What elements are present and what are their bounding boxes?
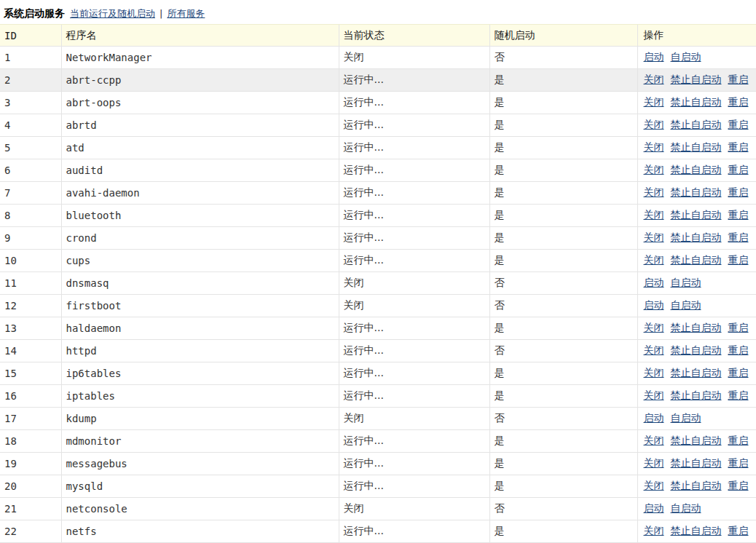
table-row: 5 atd 运行中... 是 关闭禁止自启动重启 <box>0 137 756 159</box>
cell-service-name: NetworkManager <box>61 47 339 69</box>
table-row: 3 abrt-oops 运行中... 是 关闭禁止自启动重启 <box>0 92 756 114</box>
table-body: 1 NetworkManager 关闭 否 启动自启动 2 abrt-ccpp … <box>0 47 756 543</box>
disable-autostart-link[interactable]: 禁止自启动 <box>671 322 722 333</box>
enable-autostart-link[interactable]: 自启动 <box>671 502 701 514</box>
cell-service-actions: 关闭禁止自启动重启 <box>637 475 756 498</box>
disable-autostart-link[interactable]: 禁止自启动 <box>671 74 722 85</box>
cell-service-id: 2 <box>0 69 61 92</box>
cell-service-status: 运行中... <box>339 475 489 498</box>
cell-service-autostart: 是 <box>489 159 637 182</box>
enable-autostart-link[interactable]: 自启动 <box>671 299 701 311</box>
disable-autostart-link[interactable]: 禁止自启动 <box>671 164 722 175</box>
stop-link[interactable]: 关闭 <box>644 367 664 378</box>
stop-link[interactable]: 关闭 <box>644 254 664 266</box>
table-row: 8 bluetooth 运行中... 是 关闭禁止自启动重启 <box>0 205 756 227</box>
stop-link[interactable]: 关闭 <box>644 435 664 446</box>
stop-link[interactable]: 关闭 <box>644 164 664 175</box>
restart-link[interactable]: 重启 <box>728 525 749 536</box>
start-link[interactable]: 启动 <box>644 412 664 424</box>
nav-link-current-running[interactable]: 当前运行及随机启动 <box>70 8 155 19</box>
stop-link[interactable]: 关闭 <box>644 74 664 85</box>
disable-autostart-link[interactable]: 禁止自启动 <box>671 209 722 221</box>
restart-link[interactable]: 重启 <box>728 209 749 221</box>
disable-autostart-link[interactable]: 禁止自启动 <box>671 141 722 153</box>
cell-service-autostart: 是 <box>489 182 637 205</box>
start-link[interactable]: 启动 <box>644 502 664 514</box>
stop-link[interactable]: 关闭 <box>644 525 664 536</box>
stop-link[interactable]: 关闭 <box>644 209 664 221</box>
cell-service-status: 关闭 <box>339 408 489 430</box>
cell-service-name: auditd <box>61 159 339 182</box>
cell-service-name: firstboot <box>61 295 339 317</box>
stop-link[interactable]: 关闭 <box>644 141 664 153</box>
restart-link[interactable]: 重启 <box>728 480 749 491</box>
disable-autostart-link[interactable]: 禁止自启动 <box>671 367 722 378</box>
stop-link[interactable]: 关闭 <box>644 457 664 469</box>
restart-link[interactable]: 重启 <box>728 322 749 333</box>
nav-link-all-services[interactable]: 所有服务 <box>167 8 205 19</box>
disable-autostart-link[interactable]: 禁止自启动 <box>671 119 722 130</box>
stop-link[interactable]: 关闭 <box>644 96 664 108</box>
restart-link[interactable]: 重启 <box>728 186 749 198</box>
cell-service-id: 18 <box>0 430 61 453</box>
disable-autostart-link[interactable]: 禁止自启动 <box>671 344 722 356</box>
disable-autostart-link[interactable]: 禁止自启动 <box>671 480 722 491</box>
restart-link[interactable]: 重启 <box>728 344 749 356</box>
column-header-name: 程序名 <box>61 25 339 47</box>
cell-service-name: ip6tables <box>61 362 339 385</box>
restart-link[interactable]: 重启 <box>728 74 749 85</box>
restart-link[interactable]: 重启 <box>728 367 749 378</box>
cell-service-status: 运行中... <box>339 520 489 543</box>
table-row: 16 iptables 运行中... 是 关闭禁止自启动重启 <box>0 385 756 408</box>
stop-link[interactable]: 关闭 <box>644 119 664 130</box>
cell-service-status: 关闭 <box>339 498 489 520</box>
restart-link[interactable]: 重启 <box>728 457 749 469</box>
table-row: 12 firstboot 关闭 否 启动自启动 <box>0 295 756 317</box>
stop-link[interactable]: 关闭 <box>644 322 664 333</box>
table-row: 21 netconsole 关闭 否 启动自启动 <box>0 498 756 520</box>
cell-service-actions: 启动自启动 <box>637 408 756 430</box>
disable-autostart-link[interactable]: 禁止自启动 <box>671 186 722 198</box>
stop-link[interactable]: 关闭 <box>644 186 664 198</box>
cell-service-name: httpd <box>61 340 339 362</box>
stop-link[interactable]: 关闭 <box>644 344 664 356</box>
stop-link[interactable]: 关闭 <box>644 480 664 491</box>
enable-autostart-link[interactable]: 自启动 <box>671 277 701 288</box>
cell-service-id: 16 <box>0 385 61 408</box>
cell-service-status: 关闭 <box>339 295 489 317</box>
cell-service-id: 12 <box>0 295 61 317</box>
cell-service-autostart: 是 <box>489 205 637 227</box>
disable-autostart-link[interactable]: 禁止自启动 <box>671 96 722 108</box>
table-header: ID 程序名 当前状态 随机启动 操作 <box>0 25 756 47</box>
cell-service-actions: 关闭禁止自启动重启 <box>637 453 756 475</box>
stop-link[interactable]: 关闭 <box>644 231 664 243</box>
restart-link[interactable]: 重启 <box>728 435 749 446</box>
cell-service-name: atd <box>61 137 339 159</box>
enable-autostart-link[interactable]: 自启动 <box>671 412 701 424</box>
stop-link[interactable]: 关闭 <box>644 389 664 401</box>
disable-autostart-link[interactable]: 禁止自启动 <box>671 457 722 469</box>
cell-service-actions: 关闭禁止自启动重启 <box>637 114 756 137</box>
disable-autostart-link[interactable]: 禁止自启动 <box>671 435 722 446</box>
restart-link[interactable]: 重启 <box>728 231 749 243</box>
cell-service-id: 20 <box>0 475 61 498</box>
disable-autostart-link[interactable]: 禁止自启动 <box>671 231 722 243</box>
disable-autostart-link[interactable]: 禁止自启动 <box>671 254 722 266</box>
restart-link[interactable]: 重启 <box>728 96 749 108</box>
start-link[interactable]: 启动 <box>644 299 664 311</box>
disable-autostart-link[interactable]: 禁止自启动 <box>671 525 722 536</box>
enable-autostart-link[interactable]: 自启动 <box>671 51 701 63</box>
restart-link[interactable]: 重启 <box>728 164 749 175</box>
start-link[interactable]: 启动 <box>644 51 664 63</box>
restart-link[interactable]: 重启 <box>728 254 749 266</box>
restart-link[interactable]: 重启 <box>728 141 749 153</box>
cell-service-actions: 关闭禁止自启动重启 <box>637 362 756 385</box>
restart-link[interactable]: 重启 <box>728 389 749 401</box>
table-row: 14 httpd 运行中... 否 关闭禁止自启动重启 <box>0 340 756 362</box>
cell-service-id: 21 <box>0 498 61 520</box>
restart-link[interactable]: 重启 <box>728 119 749 130</box>
disable-autostart-link[interactable]: 禁止自启动 <box>671 389 722 401</box>
cell-service-actions: 启动自启动 <box>637 498 756 520</box>
start-link[interactable]: 启动 <box>644 277 664 288</box>
cell-service-name: messagebus <box>61 453 339 475</box>
